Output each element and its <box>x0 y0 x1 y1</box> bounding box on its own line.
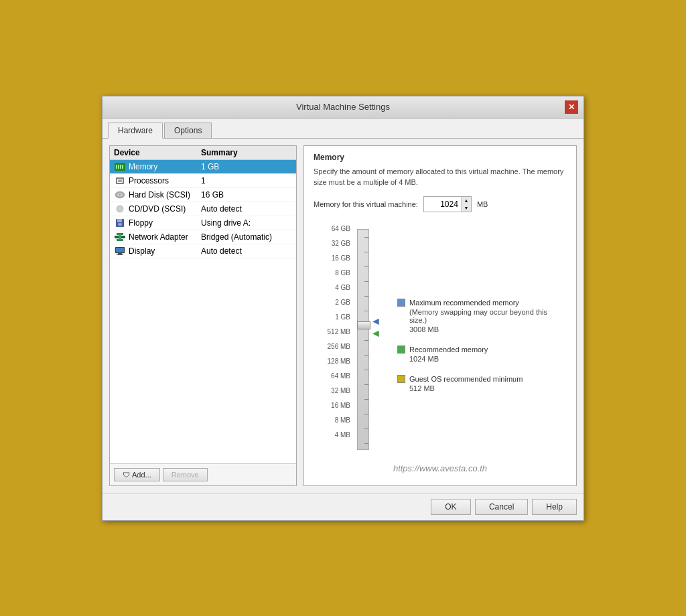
footer-buttons: OK Cancel Help <box>102 493 584 520</box>
svg-point-12 <box>119 208 121 210</box>
device-row-memory[interactable]: Memory 1 GB <box>110 160 296 174</box>
label-64gb: 64 GB <box>332 222 350 236</box>
memory-input-label: Memory for this virtual machine: <box>314 200 418 208</box>
device-table-header: Device Summary <box>110 146 296 160</box>
slider-area: 64 GB 32 GB 16 GB 8 GB 4 GB 2 GB 1 GB 51… <box>314 222 567 450</box>
floppy-device-label: Floppy <box>129 218 153 228</box>
cddvd-summary: Auto detect <box>201 204 292 214</box>
close-button[interactable]: ✕ <box>565 100 578 114</box>
label-8gb: 8 GB <box>335 266 350 281</box>
blue-arrow-marker: ◄ <box>370 316 381 327</box>
display-device-label: Display <box>129 246 155 256</box>
processors-summary: 1 <box>201 176 292 185</box>
svg-rect-16 <box>119 224 121 225</box>
rec-arrow-icon: ◄ <box>370 327 381 339</box>
remove-button[interactable]: Remove <box>163 468 208 481</box>
guest-min-label: Guest OS recommended minimum <box>409 375 523 383</box>
spin-up-button[interactable]: ▲ <box>462 197 471 204</box>
label-512mb: 512 MB <box>328 325 350 339</box>
max-rec-value: 3008 MB <box>397 325 567 333</box>
memory-icon <box>114 162 126 171</box>
help-button[interactable]: Help <box>532 499 577 515</box>
label-4mb: 4 MB <box>335 428 350 443</box>
legend-area: Maximum recommended memory (Memory swapp… <box>391 222 567 450</box>
svg-point-9 <box>119 194 121 196</box>
device-row-floppy[interactable]: Floppy Using drive A: <box>110 216 296 230</box>
label-2gb: 2 GB <box>335 295 350 310</box>
max-rec-label: Maximum recommended memory <box>409 299 519 307</box>
label-4gb: 4 GB <box>335 281 350 295</box>
spin-down-button[interactable]: ▼ <box>462 204 471 212</box>
memory-spinner: ▲ ▼ <box>461 197 471 212</box>
right-panel: Memory Specify the amount of memory allo… <box>303 145 577 486</box>
guest-min-value: 512 MB <box>397 384 567 392</box>
display-summary: Auto detect <box>201 246 292 256</box>
harddisk-summary: 16 GB <box>201 190 292 200</box>
max-rec-sub: (Memory swapping may occur beyond this s… <box>397 308 567 324</box>
hdd-icon <box>114 190 126 200</box>
device-row-harddisk[interactable]: Hard Disk (SCSI) 16 GB <box>110 188 296 202</box>
processors-device-label: Processors <box>129 176 169 185</box>
label-128mb: 128 MB <box>328 354 350 369</box>
watermark: https://www.avesta.co.th <box>314 450 567 479</box>
svg-rect-24 <box>117 254 123 255</box>
floppy-icon <box>114 218 126 228</box>
label-32mb: 32 MB <box>331 384 350 398</box>
label-256mb: 256 MB <box>328 339 350 354</box>
slider-track-container: ◄ ◄ <box>357 229 384 450</box>
display-icon <box>114 246 126 256</box>
panel-buttons: 🛡 Add... Remove <box>110 463 296 485</box>
harddisk-device-label: Hard Disk (SCSI) <box>129 190 190 200</box>
label-32gb: 32 GB <box>332 236 350 251</box>
memory-unit-label: MB <box>477 200 488 208</box>
tab-options[interactable]: Options <box>164 123 212 138</box>
svg-rect-4 <box>122 165 123 169</box>
ok-button[interactable]: OK <box>431 499 471 515</box>
slider-thumb[interactable] <box>357 321 370 329</box>
device-row-display[interactable]: Display Auto detect <box>110 244 296 258</box>
label-64mb: 64 MB <box>331 369 350 384</box>
cancel-button[interactable]: Cancel <box>475 499 528 515</box>
main-content: Device Summary <box>102 139 584 493</box>
memory-input-box: ▲ ▼ <box>423 196 472 212</box>
memory-device-label: Memory <box>129 162 157 171</box>
add-icon: 🛡 <box>123 471 130 479</box>
label-8mb: 8 MB <box>335 413 350 428</box>
tab-hardware[interactable]: Hardware <box>108 123 163 139</box>
network-device-label: Network Adapter <box>129 232 188 242</box>
svg-rect-1 <box>116 165 117 169</box>
device-row-processors[interactable]: Processors 1 <box>110 174 296 188</box>
device-row-cddvd[interactable]: CD/DVD (SCSI) Auto detect <box>110 202 296 216</box>
svg-rect-2 <box>118 165 119 169</box>
device-table: Device Summary <box>110 146 296 463</box>
network-summary: Bridged (Automatic) <box>201 232 292 242</box>
virtual-machine-settings-window: Virtual Machine Settings ✕ Hardware Opti… <box>102 96 584 521</box>
memory-summary: 1 GB <box>201 162 292 171</box>
window-title: Virtual Machine Settings <box>121 102 565 112</box>
title-bar: Virtual Machine Settings ✕ <box>102 96 584 119</box>
label-16mb: 16 MB <box>331 398 350 413</box>
memory-input-row: Memory for this virtual machine: ▲ ▼ MB <box>314 196 567 212</box>
tabs-bar: Hardware Options <box>102 119 584 139</box>
memory-input[interactable] <box>424 198 461 210</box>
svg-rect-20 <box>119 234 121 240</box>
cddvd-device-label: CD/DVD (SCSI) <box>129 204 186 214</box>
legend-guest-min: Guest OS recommended minimum 512 MB <box>397 375 567 392</box>
green-arrow-marker: ◄ <box>370 328 381 339</box>
col-summary-header: Summary <box>201 148 292 157</box>
device-row-network[interactable]: Network Adapter Bridged (Automatic) <box>110 230 296 244</box>
label-1gb: 1 GB <box>335 310 350 325</box>
svg-rect-14 <box>117 219 122 222</box>
legend-rec: Recommended memory 1024 MB <box>397 345 567 363</box>
rec-value: 1024 MB <box>397 355 567 363</box>
guest-min-color-box <box>397 375 405 383</box>
svg-rect-6 <box>118 179 122 182</box>
slider-labels: 64 GB 32 GB 16 GB 8 GB 4 GB 2 GB 1 GB 51… <box>314 222 350 450</box>
max-rec-color-box <box>397 299 405 307</box>
col-device-header: Device <box>114 148 201 157</box>
add-button[interactable]: 🛡 Add... <box>114 468 160 481</box>
memory-slider[interactable] <box>357 229 369 450</box>
section-desc: Specify the amount of memory allocated t… <box>314 166 567 188</box>
left-panel: Device Summary <box>109 145 297 486</box>
floppy-summary: Using drive A: <box>201 218 292 228</box>
